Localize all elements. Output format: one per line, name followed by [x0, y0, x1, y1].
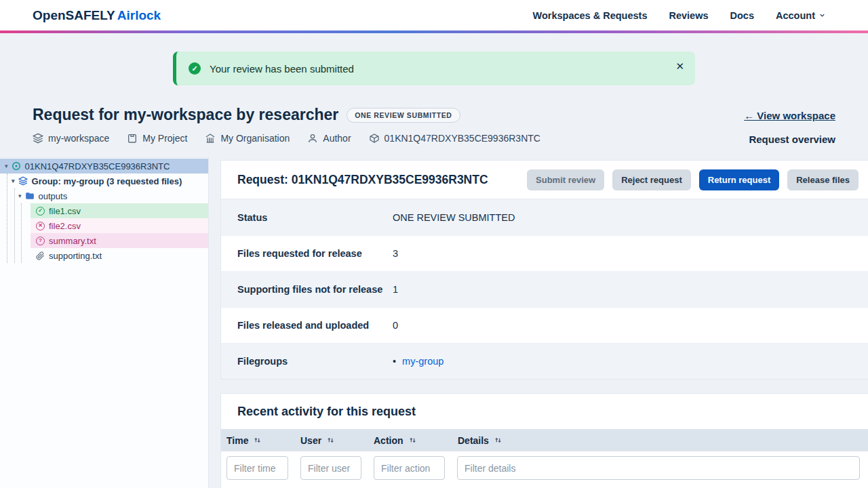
- detail-label: Filegroups: [237, 356, 393, 367]
- tree-file-file1[interactable]: ✓ file1.csv: [31, 203, 208, 218]
- request-meta-row: my-workspace My Project My Organisation …: [33, 133, 540, 144]
- sort-icon[interactable]: [408, 436, 417, 445]
- chevron-down-icon[interactable]: ▾: [5, 163, 8, 169]
- nav-reviews[interactable]: Reviews: [669, 10, 708, 21]
- nav-workspaces-requests[interactable]: Workspaces & Requests: [533, 10, 648, 21]
- submit-review-button[interactable]: Submit review: [527, 169, 604, 190]
- tree-file-label: summary.txt: [49, 236, 96, 246]
- recent-activity-card: Recent activity for this request Time Us…: [220, 393, 868, 488]
- detail-row-supporting-files: Supporting files not for release 1: [221, 271, 868, 307]
- release-files-button[interactable]: Release files: [787, 169, 859, 190]
- detail-value: 0: [393, 320, 398, 331]
- brand-gradient-divider: [0, 30, 868, 33]
- tree-root-label: 01KN1Q47RDXYB35CE9936R3NTC: [25, 161, 170, 171]
- request-card-header: Request: 01KN1Q47RDXYB35CE9936R3NTC Subm…: [221, 161, 868, 199]
- detail-row-files-requested: Files requested for release 3: [221, 235, 868, 271]
- column-header-details: Details: [458, 435, 868, 446]
- detail-value: ONE REVIEW SUBMITTED: [393, 212, 515, 223]
- sort-icon[interactable]: [253, 436, 262, 445]
- chevron-down-icon: [818, 12, 826, 19]
- tree-file-label: file2.csv: [49, 221, 81, 231]
- tree-group-my-group[interactable]: ▾ Group: my-group (3 requested files): [0, 174, 208, 188]
- status-badge: ONE REVIEW SUBMITTED: [347, 108, 460, 123]
- filegroup-link[interactable]: my-group: [402, 356, 443, 367]
- tree-file-label: file1.csv: [49, 206, 81, 216]
- column-header-action: Action: [374, 435, 458, 446]
- filter-user-input[interactable]: [300, 456, 361, 480]
- column-header-user: User: [300, 435, 374, 446]
- detail-row-status: Status ONE REVIEW SUBMITTED: [221, 199, 868, 235]
- meta-project: My Project: [127, 133, 187, 144]
- alert-message: Your review has been submitted: [210, 63, 354, 75]
- tree-file-supporting[interactable]: supporting.txt: [31, 248, 208, 263]
- project-icon: [127, 133, 138, 144]
- request-details-card: Request: 01KN1Q47RDXYB35CE9936R3NTC Subm…: [220, 160, 868, 380]
- detail-value: •my-group: [393, 356, 443, 367]
- sort-icon[interactable]: [494, 436, 502, 445]
- activity-table-header: Time User Action Details: [221, 429, 868, 451]
- nav-docs[interactable]: Docs: [730, 10, 754, 21]
- detail-label: Files requested for release: [237, 248, 393, 259]
- layers-icon: [18, 176, 28, 186]
- request-overview-label: Request overview: [749, 134, 835, 145]
- recent-activity-title: Recent activity for this request: [221, 394, 868, 429]
- brand-primary: OpenSAFELY: [33, 8, 115, 22]
- chevron-down-icon[interactable]: ▾: [12, 178, 15, 184]
- chevron-down-icon[interactable]: ▾: [18, 192, 22, 199]
- meta-workspace: my-workspace: [33, 133, 109, 144]
- request-icon: [12, 161, 21, 171]
- nav-links: Workspaces & Requests Reviews Docs Accou…: [533, 10, 826, 21]
- meta-request-id-label: 01KN1Q47RDXYB35CE9936R3NTC: [384, 133, 540, 144]
- return-request-button[interactable]: Return request: [699, 169, 779, 190]
- detail-row-files-released: Files released and uploaded 0: [221, 307, 868, 343]
- meta-organisation: My Organisation: [205, 133, 290, 144]
- top-navbar: OpenSAFELYAirlock Workspaces & Requests …: [0, 0, 868, 30]
- filter-time-input[interactable]: [226, 456, 288, 480]
- page-title: Request for my-workspace by researcher: [33, 106, 338, 124]
- view-workspace-link[interactable]: ← View workspace: [744, 110, 835, 121]
- file-tree-sidebar: ▾ 01KN1Q47RDXYB35CE9936R3NTC ▾ Group: my…: [0, 157, 209, 488]
- column-header-time: Time: [226, 435, 300, 446]
- tree-file-file2[interactable]: ✕ file2.csv: [31, 218, 208, 233]
- meta-author-label: Author: [323, 133, 351, 144]
- detail-label: Supporting files not for release: [237, 284, 393, 295]
- nav-account-menu[interactable]: Account: [776, 10, 826, 21]
- tree-file-label: supporting.txt: [49, 251, 102, 261]
- tree-group-label: Group: my-group (3 requested files): [32, 176, 182, 186]
- tree-folder-outputs[interactable]: ▾ outputs: [0, 188, 208, 203]
- changes-requested-icon: ✕: [36, 222, 45, 230]
- detail-label: Files released and uploaded: [237, 320, 393, 331]
- meta-organisation-label: My Organisation: [220, 133, 290, 144]
- activity-filter-row: [221, 451, 868, 485]
- detail-row-filegroups: Filegroups •my-group: [221, 343, 868, 379]
- approved-check-icon: ✓: [36, 207, 45, 216]
- tree-folder-label: outputs: [39, 191, 68, 201]
- request-card-title: Request: 01KN1Q47RDXYB35CE9936R3NTC: [237, 173, 488, 187]
- tree-file-summary[interactable]: ? summary.txt: [31, 233, 208, 248]
- sort-icon[interactable]: [326, 436, 335, 445]
- cube-icon: [369, 133, 380, 144]
- request-actions: Submit review Reject request Return requ…: [527, 169, 859, 190]
- nav-account-label: Account: [776, 10, 815, 21]
- filter-action-input[interactable]: [374, 456, 445, 480]
- check-circle-icon: ✓: [189, 62, 201, 75]
- close-icon[interactable]: ✕: [675, 60, 684, 73]
- reject-request-button[interactable]: Reject request: [612, 169, 691, 190]
- detail-label: Status: [237, 212, 393, 223]
- meta-workspace-label: my-workspace: [48, 133, 109, 144]
- filter-details-input[interactable]: [457, 456, 860, 480]
- bullet-icon: •: [393, 356, 396, 367]
- column-label: User: [300, 435, 321, 446]
- tree-guide-line: [21, 203, 22, 263]
- brand-logo[interactable]: OpenSAFELYAirlock: [33, 8, 161, 23]
- organisation-icon: [205, 133, 216, 144]
- user-icon: [307, 133, 318, 144]
- tree-root-request[interactable]: ▾ 01KN1Q47RDXYB35CE9936R3NTC: [0, 159, 208, 174]
- undecided-question-icon: ?: [36, 237, 45, 245]
- folder-icon: [25, 191, 35, 201]
- meta-author: Author: [307, 133, 351, 144]
- column-label: Action: [374, 435, 403, 446]
- detail-value: 1: [393, 284, 398, 295]
- detail-value: 3: [393, 248, 398, 259]
- brand-secondary: Airlock: [117, 8, 161, 22]
